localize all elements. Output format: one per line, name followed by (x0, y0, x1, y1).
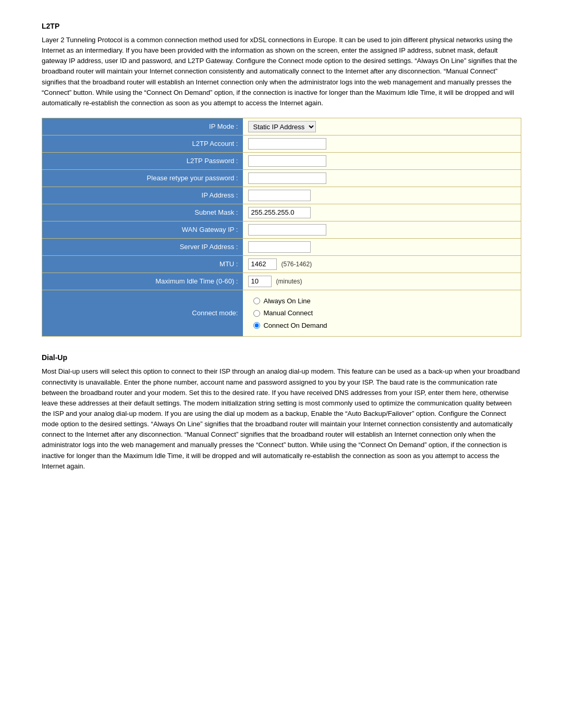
max-idle-label: Maximum Idle Time (0-60) : (42, 273, 243, 290)
connect-on-demand-radio[interactable] (253, 322, 260, 329)
connect-on-demand-label: Connect On Demand (263, 320, 327, 331)
mtu-value-cell: (576-1462) (243, 255, 521, 273)
idle-unit-label: (minutes) (276, 277, 302, 286)
l2tp-section: L2TP Layer 2 Tunneling Protocol is a com… (42, 21, 521, 337)
ip-address-row: IP Address : (42, 187, 521, 204)
server-ip-input[interactable] (248, 241, 311, 253)
l2tp-account-input[interactable] (248, 138, 326, 150)
manual-connect-label: Manual Connect (263, 308, 313, 318)
wan-gateway-input[interactable] (248, 224, 326, 236)
connect-mode-options: Always On Line Manual Connect Connect On… (248, 293, 516, 334)
server-ip-row: Server IP Address : (42, 238, 521, 255)
connect-on-demand-option[interactable]: Connect On Demand (253, 320, 510, 331)
ip-mode-value-cell: Static IP Address (243, 118, 521, 135)
manual-connect-radio[interactable] (253, 310, 260, 317)
subnet-mask-row: Subnet Mask : (42, 204, 521, 221)
retype-password-input[interactable] (248, 172, 326, 184)
l2tp-account-label: L2TP Account : (42, 135, 243, 152)
retype-password-row: Please retype your password : (42, 169, 521, 187)
always-on-radio[interactable] (253, 298, 260, 304)
always-on-label: Always On Line (263, 296, 310, 306)
subnet-mask-value-cell (243, 204, 521, 221)
l2tp-account-row: L2TP Account : (42, 135, 521, 152)
wan-gateway-label: WAN Gateway IP : (42, 221, 243, 238)
mtu-container: (576-1462) (248, 258, 516, 270)
server-ip-label: Server IP Address : (42, 238, 243, 255)
l2tp-form-table: IP Mode : Static IP Address L2TP Account… (42, 118, 521, 337)
wan-gateway-value-cell (243, 221, 521, 238)
connect-mode-row: Connect mode: Always On Line Manual Conn… (42, 290, 521, 337)
ip-address-input[interactable] (248, 190, 311, 201)
ip-mode-row: IP Mode : Static IP Address (42, 118, 521, 135)
l2tp-password-label: L2TP Password : (42, 152, 243, 169)
retype-password-label: Please retype your password : (42, 169, 243, 187)
l2tp-password-row: L2TP Password : (42, 152, 521, 169)
mtu-input[interactable] (248, 258, 277, 270)
subnet-mask-input[interactable] (248, 207, 311, 218)
l2tp-description: Layer 2 Tunneling Protocol is a common c… (42, 35, 521, 108)
server-ip-value-cell (243, 238, 521, 255)
mtu-row: MTU : (576-1462) (42, 255, 521, 273)
ip-mode-select[interactable]: Static IP Address (248, 121, 316, 132)
mtu-range-label: (576-1462) (281, 260, 312, 269)
ip-address-value-cell (243, 187, 521, 204)
ip-mode-label: IP Mode : (42, 118, 243, 135)
dialup-section: Dial-Up Most Dial-up users will select t… (42, 352, 521, 471)
l2tp-account-value-cell (243, 135, 521, 152)
retype-password-value-cell (243, 169, 521, 187)
idle-container: (minutes) (248, 276, 516, 287)
l2tp-password-input[interactable] (248, 155, 326, 167)
always-on-option[interactable]: Always On Line (253, 296, 510, 306)
max-idle-row: Maximum Idle Time (0-60) : (minutes) (42, 273, 521, 290)
manual-connect-option[interactable]: Manual Connect (253, 308, 510, 318)
wan-gateway-row: WAN Gateway IP : (42, 221, 521, 238)
mtu-label: MTU : (42, 255, 243, 273)
dialup-description: Most Dial-up users will select this opti… (42, 366, 521, 471)
subnet-mask-label: Subnet Mask : (42, 204, 243, 221)
dialup-title: Dial-Up (42, 352, 521, 363)
max-idle-value-cell: (minutes) (243, 273, 521, 290)
connect-mode-value-cell: Always On Line Manual Connect Connect On… (243, 290, 521, 337)
max-idle-input[interactable] (248, 276, 272, 287)
ip-address-label: IP Address : (42, 187, 243, 204)
l2tp-password-value-cell (243, 152, 521, 169)
l2tp-title: L2TP (42, 21, 521, 32)
connect-mode-label: Connect mode: (42, 290, 243, 337)
